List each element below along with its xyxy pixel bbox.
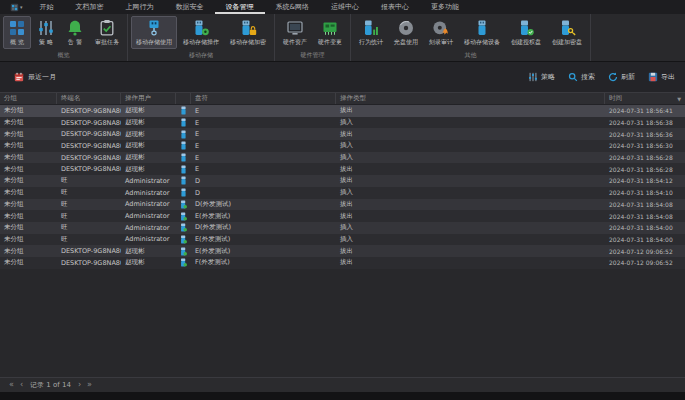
ribbon-button-disc[interactable]: 光盘使用 bbox=[389, 16, 423, 49]
cell-user: 赵现彬 bbox=[121, 140, 176, 152]
column-header-1[interactable]: 终端名 bbox=[57, 93, 121, 104]
ribbon-button-usb-lock[interactable]: 移动存储加密 bbox=[225, 16, 271, 49]
ribbon-group-0: 概 览策 略告 警审批任务概览 bbox=[0, 14, 128, 61]
menu-item-2[interactable]: 上网行为 bbox=[115, 0, 165, 14]
menu-item-0[interactable]: 开始 bbox=[29, 0, 65, 14]
ribbon-button-usb-auth[interactable]: 创建授权盘 bbox=[506, 16, 546, 49]
cell-operation: 插入 bbox=[336, 117, 605, 129]
menu-item-5[interactable]: 系统&网络 bbox=[265, 0, 320, 14]
main-menu: 开始文档加密上网行为数据安全设备管理系统&网络运维中心报表中心更多功能 bbox=[29, 0, 470, 14]
cell-drive: E(外发测试) bbox=[191, 245, 336, 257]
search-button[interactable]: 搜索 bbox=[568, 72, 595, 82]
date-range-label: 最近一月 bbox=[28, 72, 56, 82]
cell-group: 未分组 bbox=[0, 140, 57, 152]
table-row[interactable]: 未分组旺AdministratorD插入2024-07-31 18:54:10 bbox=[0, 187, 685, 199]
cell-usb-icon bbox=[176, 140, 191, 152]
menu-item-8[interactable]: 更多功能 bbox=[420, 0, 470, 14]
ribbon-button-label: 刻录审计 bbox=[429, 38, 453, 47]
ribbon-button-grid[interactable]: 概 览 bbox=[3, 16, 31, 49]
column-header-4[interactable]: 盘符 bbox=[191, 93, 336, 104]
menu-item-4[interactable]: 设备管理 bbox=[215, 0, 265, 14]
chevron-down-icon: ▾ bbox=[20, 4, 23, 10]
ribbon-button-bell[interactable]: 告 警 bbox=[61, 16, 89, 49]
usb-green-icon bbox=[180, 223, 187, 232]
cell-group: 未分组 bbox=[0, 210, 57, 222]
table-row[interactable]: 未分组DESKTOP-9G8NA80赵现彬E拔出2024-07-31 18:56… bbox=[0, 163, 685, 175]
cell-terminal: 旺 bbox=[57, 199, 121, 211]
cell-time: 2024-07-31 18:54:10 bbox=[605, 187, 685, 199]
ribbon-group-buttons: 硬件资产硬件变更 bbox=[278, 16, 347, 49]
column-header-3[interactable] bbox=[176, 93, 191, 104]
column-header-label: 操作用户 bbox=[125, 94, 151, 103]
cell-time: 2024-07-12 09:06:52 bbox=[605, 257, 685, 269]
column-header-2[interactable]: 操作用户 bbox=[121, 93, 176, 104]
cell-operation: 拔出 bbox=[336, 163, 605, 175]
ribbon-button-usb-operate[interactable]: 移动存储操作 bbox=[178, 16, 224, 49]
table-row[interactable]: 未分组DESKTOP-9G8NA80赵现彬E(外发测试)拔出2024-07-12… bbox=[0, 245, 685, 257]
ribbon-button-usb-plug[interactable]: 移动存储使用 bbox=[131, 16, 177, 49]
cell-drive: D(外发测试) bbox=[191, 199, 336, 211]
usb-lock-icon bbox=[239, 19, 257, 37]
ribbon-button-sliders[interactable]: 策 略 bbox=[32, 16, 60, 49]
cell-operation: 拔出 bbox=[336, 128, 605, 140]
app-menu-button[interactable]: ▾ bbox=[4, 3, 29, 12]
cell-usb-icon bbox=[176, 187, 191, 199]
cell-usb-icon bbox=[176, 222, 191, 234]
date-range-filter[interactable]: 最近一月 bbox=[14, 72, 56, 82]
last-page-button[interactable]: » bbox=[87, 380, 92, 390]
column-header-label: 时间 bbox=[609, 94, 622, 103]
cell-group: 未分组 bbox=[0, 257, 57, 269]
refresh-icon bbox=[608, 72, 618, 82]
ribbon-group-label: 其他 bbox=[354, 49, 587, 63]
table-row[interactable]: 未分组旺AdministratorE(外发测试)拔出2024-07-31 18:… bbox=[0, 210, 685, 222]
menu-item-6[interactable]: 运维中心 bbox=[320, 0, 370, 14]
usb-blue-icon bbox=[180, 165, 187, 174]
table-row[interactable]: 未分组旺AdministratorE(外发测试)插入2024-07-31 18:… bbox=[0, 234, 685, 246]
ribbon-button-label: 告 警 bbox=[68, 38, 82, 47]
ribbon-button-usb-stats[interactable]: 行为统计 bbox=[354, 16, 388, 49]
menu-item-1[interactable]: 文档加密 bbox=[65, 0, 115, 14]
table-row[interactable]: 未分组旺AdministratorD(外发测试)拔出2024-07-31 18:… bbox=[0, 199, 685, 211]
search-icon bbox=[568, 72, 578, 82]
ribbon-button-monitor[interactable]: 硬件资产 bbox=[278, 16, 312, 49]
cell-drive: E bbox=[191, 105, 336, 117]
table-row[interactable]: 未分组DESKTOP-9G8NA80赵现彬F(外发测试)拔出2024-07-12… bbox=[0, 257, 685, 269]
ribbon-button-clipboard-check[interactable]: 审批任务 bbox=[90, 16, 124, 49]
refresh-button[interactable]: 刷新 bbox=[608, 72, 635, 82]
first-page-button[interactable]: « bbox=[9, 380, 14, 390]
menu-item-7[interactable]: 报表中心 bbox=[370, 0, 420, 14]
ribbon-button-usb-device[interactable]: 移动存储设备 bbox=[459, 16, 505, 49]
table-row[interactable]: 未分组DESKTOP-9G8NA80赵现彬E拔出2024-07-31 18:56… bbox=[0, 105, 685, 117]
column-header-label: 分组 bbox=[4, 94, 17, 103]
ribbon-button-disc-burn[interactable]: 刻录审计 bbox=[424, 16, 458, 49]
cell-group: 未分组 bbox=[0, 199, 57, 211]
prev-page-button[interactable]: ‹ bbox=[20, 380, 23, 390]
column-header-5[interactable]: 操作类型 bbox=[336, 93, 605, 104]
table-row[interactable]: 未分组旺AdministratorD(外发测试)插入2024-07-31 18:… bbox=[0, 222, 685, 234]
cell-terminal: 旺 bbox=[57, 234, 121, 246]
cell-drive: F(外发测试) bbox=[191, 257, 336, 269]
cell-user: Administrator bbox=[121, 175, 176, 187]
time-filter-arrow-icon[interactable]: ▼ bbox=[677, 96, 681, 102]
table-row[interactable]: 未分组DESKTOP-9G8NA80赵现彬E插入2024-07-31 18:56… bbox=[0, 140, 685, 152]
usb-plug-icon bbox=[145, 19, 163, 37]
column-header-0[interactable]: 分组 bbox=[0, 93, 57, 104]
policy-button[interactable]: 策略 bbox=[528, 72, 555, 82]
cell-group: 未分组 bbox=[0, 128, 57, 140]
cell-time: 2024-07-31 18:54:00 bbox=[605, 222, 685, 234]
ribbon-button-usb-key[interactable]: 创建加密盘 bbox=[547, 16, 587, 49]
next-page-button[interactable]: › bbox=[78, 380, 81, 390]
ribbon-group-buttons: 行为统计光盘使用刻录审计移动存储设备创建授权盘创建加密盘 bbox=[354, 16, 587, 49]
ribbon-button-label: 硬件资产 bbox=[283, 38, 307, 47]
menu-item-3[interactable]: 数据安全 bbox=[165, 0, 215, 14]
usb-blue-icon bbox=[180, 188, 187, 197]
table-row[interactable]: 未分组DESKTOP-9G8NA80赵现彬E插入2024-07-31 18:56… bbox=[0, 117, 685, 129]
column-header-6[interactable]: 时间▼ bbox=[605, 93, 685, 104]
export-button[interactable]: 导出 bbox=[648, 72, 675, 82]
table-row[interactable]: 未分组DESKTOP-9G8NA80赵现彬E拔出2024-07-31 18:56… bbox=[0, 128, 685, 140]
table-row[interactable]: 未分组DESKTOP-9G8NA80赵现彬E插入2024-07-31 18:56… bbox=[0, 152, 685, 164]
cell-time: 2024-07-12 09:06:52 bbox=[605, 245, 685, 257]
ribbon-group-label: 概览 bbox=[3, 49, 124, 63]
ribbon-button-board[interactable]: 硬件变更 bbox=[313, 16, 347, 49]
table-row[interactable]: 未分组旺AdministratorD拔出2024-07-31 18:54:12 bbox=[0, 175, 685, 187]
